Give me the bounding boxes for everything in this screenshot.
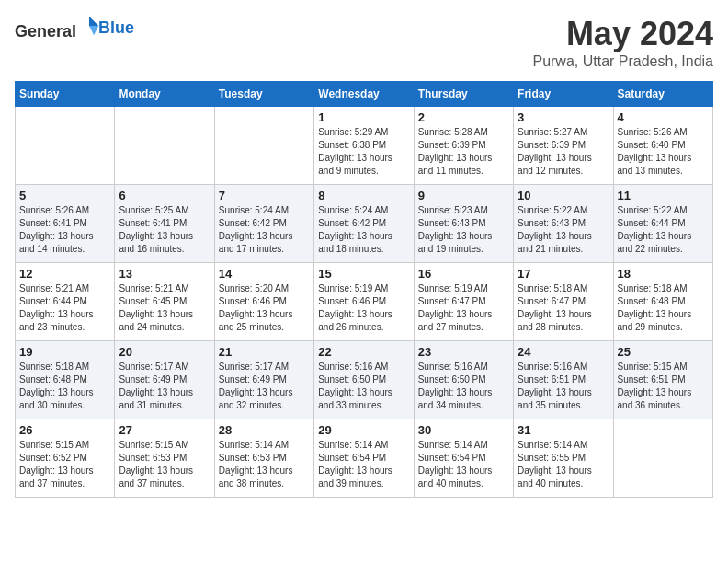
calendar-table: SundayMondayTuesdayWednesdayThursdayFrid… [15, 81, 713, 498]
day-number: 30 [418, 423, 509, 437]
week-row-1: 1Sunrise: 5:29 AM Sunset: 6:38 PM Daylig… [16, 107, 713, 185]
page-header: General Blue May 2024 Purwa, Uttar Prade… [15, 15, 713, 70]
day-header-thursday: Thursday [414, 82, 513, 107]
day-info: Sunrise: 5:14 AM Sunset: 6:53 PM Dayligh… [219, 439, 310, 490]
day-info: Sunrise: 5:14 AM Sunset: 6:54 PM Dayligh… [418, 439, 509, 490]
day-info: Sunrise: 5:19 AM Sunset: 6:46 PM Dayligh… [318, 282, 409, 334]
calendar-cell: 31Sunrise: 5:14 AM Sunset: 6:55 PM Dayli… [514, 419, 613, 498]
day-info: Sunrise: 5:23 AM Sunset: 6:43 PM Dayligh… [418, 204, 509, 256]
day-info: Sunrise: 5:28 AM Sunset: 6:39 PM Dayligh… [418, 126, 509, 178]
calendar-cell: 23Sunrise: 5:16 AM Sunset: 6:50 PM Dayli… [414, 341, 513, 419]
day-number: 9 [418, 189, 509, 202]
logo: General Blue [15, 15, 134, 41]
day-number: 7 [219, 189, 310, 202]
day-number: 6 [119, 189, 210, 202]
calendar-cell: 5Sunrise: 5:26 AM Sunset: 6:41 PM Daylig… [16, 185, 115, 263]
calendar-cell: 17Sunrise: 5:18 AM Sunset: 6:47 PM Dayli… [514, 263, 613, 341]
calendar-cell: 30Sunrise: 5:14 AM Sunset: 6:54 PM Dayli… [414, 419, 513, 498]
calendar-cell [115, 107, 214, 185]
day-info: Sunrise: 5:16 AM Sunset: 6:51 PM Dayligh… [518, 361, 609, 412]
day-header-wednesday: Wednesday [314, 82, 414, 107]
day-info: Sunrise: 5:15 AM Sunset: 6:52 PM Dayligh… [19, 439, 110, 490]
day-info: Sunrise: 5:16 AM Sunset: 6:50 PM Dayligh… [418, 361, 509, 412]
day-info: Sunrise: 5:22 AM Sunset: 6:43 PM Dayligh… [518, 204, 609, 256]
day-number: 23 [418, 345, 509, 359]
day-info: Sunrise: 5:18 AM Sunset: 6:48 PM Dayligh… [618, 282, 709, 334]
logo-blue: Blue [98, 18, 134, 37]
calendar-cell: 7Sunrise: 5:24 AM Sunset: 6:42 PM Daylig… [214, 185, 313, 263]
week-row-4: 19Sunrise: 5:18 AM Sunset: 6:48 PM Dayli… [16, 341, 713, 419]
day-info: Sunrise: 5:14 AM Sunset: 6:55 PM Dayligh… [518, 439, 609, 490]
day-number: 19 [19, 345, 110, 359]
calendar-cell: 21Sunrise: 5:17 AM Sunset: 6:49 PM Dayli… [214, 341, 313, 419]
day-number: 24 [518, 345, 609, 359]
day-info: Sunrise: 5:15 AM Sunset: 6:51 PM Dayligh… [618, 361, 709, 412]
day-header-friday: Friday [514, 82, 613, 107]
calendar-cell: 6Sunrise: 5:25 AM Sunset: 6:41 PM Daylig… [115, 185, 214, 263]
day-info: Sunrise: 5:24 AM Sunset: 6:42 PM Dayligh… [318, 204, 409, 256]
calendar-cell: 22Sunrise: 5:16 AM Sunset: 6:50 PM Dayli… [314, 341, 414, 419]
day-number: 3 [518, 110, 609, 124]
day-info: Sunrise: 5:27 AM Sunset: 6:39 PM Dayligh… [518, 126, 609, 178]
day-info: Sunrise: 5:25 AM Sunset: 6:41 PM Dayligh… [119, 204, 210, 256]
day-info: Sunrise: 5:17 AM Sunset: 6:49 PM Dayligh… [119, 361, 210, 412]
calendar-cell [16, 107, 115, 185]
day-number: 27 [119, 423, 210, 437]
day-header-tuesday: Tuesday [214, 82, 313, 107]
logo-icon [78, 15, 100, 37]
day-header-monday: Monday [115, 82, 214, 107]
calendar-cell: 8Sunrise: 5:24 AM Sunset: 6:42 PM Daylig… [314, 185, 414, 263]
day-info: Sunrise: 5:17 AM Sunset: 6:49 PM Dayligh… [219, 361, 310, 412]
day-info: Sunrise: 5:14 AM Sunset: 6:54 PM Dayligh… [318, 439, 409, 490]
calendar-cell: 10Sunrise: 5:22 AM Sunset: 6:43 PM Dayli… [514, 185, 613, 263]
svg-marker-1 [89, 26, 98, 35]
calendar-cell: 13Sunrise: 5:21 AM Sunset: 6:45 PM Dayli… [115, 263, 214, 341]
calendar-cell: 26Sunrise: 5:15 AM Sunset: 6:52 PM Dayli… [16, 419, 115, 498]
day-number: 5 [19, 189, 110, 202]
calendar-cell: 24Sunrise: 5:16 AM Sunset: 6:51 PM Dayli… [514, 341, 613, 419]
calendar-cell: 16Sunrise: 5:19 AM Sunset: 6:47 PM Dayli… [414, 263, 513, 341]
calendar-cell: 9Sunrise: 5:23 AM Sunset: 6:43 PM Daylig… [414, 185, 513, 263]
calendar-cell: 20Sunrise: 5:17 AM Sunset: 6:49 PM Dayli… [115, 341, 214, 419]
calendar-cell [214, 107, 313, 185]
day-number: 29 [318, 423, 409, 437]
week-row-3: 12Sunrise: 5:21 AM Sunset: 6:44 PM Dayli… [16, 263, 713, 341]
calendar-cell: 25Sunrise: 5:15 AM Sunset: 6:51 PM Dayli… [613, 341, 712, 419]
day-info: Sunrise: 5:20 AM Sunset: 6:46 PM Dayligh… [219, 282, 310, 334]
day-number: 8 [318, 189, 409, 202]
week-row-5: 26Sunrise: 5:15 AM Sunset: 6:52 PM Dayli… [16, 419, 713, 498]
day-info: Sunrise: 5:21 AM Sunset: 6:44 PM Dayligh… [19, 282, 110, 334]
calendar-cell: 3Sunrise: 5:27 AM Sunset: 6:39 PM Daylig… [514, 107, 613, 185]
day-header-sunday: Sunday [16, 82, 115, 107]
logo-general: General [15, 22, 76, 40]
day-number: 2 [418, 110, 509, 124]
calendar-cell: 29Sunrise: 5:14 AM Sunset: 6:54 PM Dayli… [314, 419, 414, 498]
week-row-2: 5Sunrise: 5:26 AM Sunset: 6:41 PM Daylig… [16, 185, 713, 263]
day-number: 28 [219, 423, 310, 437]
day-info: Sunrise: 5:22 AM Sunset: 6:44 PM Dayligh… [618, 204, 709, 256]
day-number: 31 [518, 423, 609, 437]
calendar-cell: 4Sunrise: 5:26 AM Sunset: 6:40 PM Daylig… [613, 107, 712, 185]
calendar-cell [613, 419, 712, 498]
calendar-cell: 18Sunrise: 5:18 AM Sunset: 6:48 PM Dayli… [613, 263, 712, 341]
day-number: 12 [19, 267, 110, 281]
day-number: 20 [119, 345, 210, 359]
day-number: 22 [318, 345, 409, 359]
day-number: 26 [19, 423, 110, 437]
day-info: Sunrise: 5:18 AM Sunset: 6:48 PM Dayligh… [19, 361, 110, 412]
day-number: 15 [318, 267, 409, 281]
day-number: 16 [418, 267, 509, 281]
subtitle: Purwa, Uttar Pradesh, India [532, 53, 713, 70]
day-info: Sunrise: 5:24 AM Sunset: 6:42 PM Dayligh… [219, 204, 310, 256]
day-number: 21 [219, 345, 310, 359]
day-number: 11 [618, 189, 709, 202]
day-info: Sunrise: 5:16 AM Sunset: 6:50 PM Dayligh… [318, 361, 409, 412]
main-title: May 2024 [532, 15, 713, 53]
day-number: 13 [119, 267, 210, 281]
day-number: 25 [618, 345, 709, 359]
title-block: May 2024 Purwa, Uttar Pradesh, India [532, 15, 713, 70]
day-info: Sunrise: 5:15 AM Sunset: 6:53 PM Dayligh… [119, 439, 210, 490]
calendar-cell: 19Sunrise: 5:18 AM Sunset: 6:48 PM Dayli… [16, 341, 115, 419]
calendar-cell: 28Sunrise: 5:14 AM Sunset: 6:53 PM Dayli… [214, 419, 313, 498]
svg-marker-0 [89, 17, 98, 26]
